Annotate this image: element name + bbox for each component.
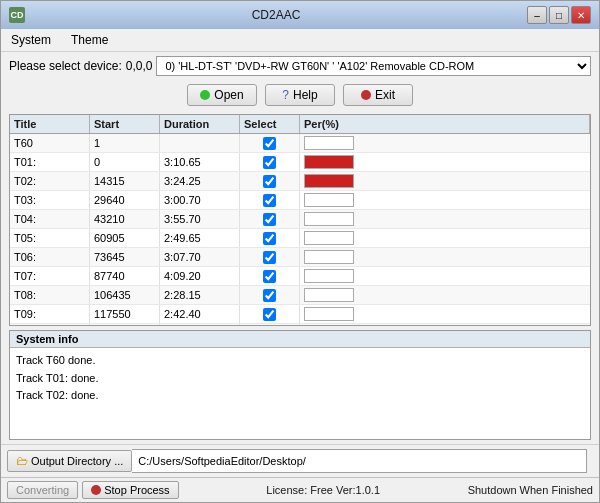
- row-checkbox[interactable]: [263, 308, 276, 321]
- output-path: C:/Users/SoftpediaEditor/Desktop/: [132, 449, 587, 473]
- cell-start: 73645: [90, 248, 160, 266]
- device-select[interactable]: 0) 'HL-DT-ST' 'DVD+-RW GT60N' ' 'A102' R…: [156, 56, 591, 76]
- cell-checkbox[interactable]: [240, 248, 300, 266]
- row-checkbox[interactable]: [263, 213, 276, 226]
- cell-title: T10:: [10, 324, 90, 325]
- row-checkbox[interactable]: [263, 137, 276, 150]
- close-button[interactable]: ✕: [571, 6, 591, 24]
- cell-start: 43210: [90, 210, 160, 228]
- menu-theme[interactable]: Theme: [65, 31, 114, 49]
- cell-checkbox[interactable]: [240, 267, 300, 285]
- cell-checkbox[interactable]: [240, 134, 300, 152]
- cell-title: T01:: [10, 153, 90, 171]
- cell-duration: 3:07.70: [160, 248, 240, 266]
- row-checkbox[interactable]: [263, 270, 276, 283]
- progress-bar: [304, 155, 354, 169]
- row-checkbox[interactable]: [263, 175, 276, 188]
- output-dir-button[interactable]: 🗁 Output Directory ...: [7, 450, 132, 472]
- row-checkbox[interactable]: [263, 194, 276, 207]
- table-row: T02: 14315 3:24.25: [10, 172, 590, 191]
- content-area: Title Start Duration Select Per(%) T60 1…: [1, 110, 599, 444]
- cell-checkbox[interactable]: [240, 305, 300, 323]
- cell-checkbox[interactable]: [240, 191, 300, 209]
- progress-bar: [304, 307, 354, 321]
- window-controls: – □ ✕: [527, 6, 591, 24]
- device-value: 0,0,0: [126, 59, 153, 73]
- help-icon: ?: [282, 88, 289, 102]
- progress-bar: [304, 174, 354, 188]
- progress-bar: [304, 193, 354, 207]
- table-row: T03: 29640 3:00.70: [10, 191, 590, 210]
- cell-start: 87740: [90, 267, 160, 285]
- maximize-button[interactable]: □: [549, 6, 569, 24]
- sysinfo-message: Track T01: done.: [16, 370, 584, 388]
- cell-start: 14315: [90, 172, 160, 190]
- cell-title: T08:: [10, 286, 90, 304]
- cell-duration: 2:18.55: [160, 324, 240, 325]
- help-button[interactable]: ? Help: [265, 84, 335, 106]
- cell-checkbox[interactable]: [240, 153, 300, 171]
- cell-progress: [300, 191, 590, 209]
- stop-button[interactable]: Stop Process: [82, 481, 178, 499]
- cell-progress: [300, 210, 590, 228]
- table-row: T04: 43210 3:55.70: [10, 210, 590, 229]
- folder-icon: 🗁: [16, 454, 28, 468]
- progress-bar: [304, 231, 354, 245]
- cell-progress: [300, 324, 590, 325]
- col-title: Title: [10, 115, 90, 133]
- device-label: Please select device:: [9, 59, 122, 73]
- sysinfo-panel: System info Track T60 done.Track T01: do…: [9, 330, 591, 440]
- main-window: CD CD2AAC – □ ✕ System Theme Please sele…: [0, 0, 600, 503]
- cell-progress: [300, 267, 590, 285]
- cell-duration: 4:09.20: [160, 267, 240, 285]
- cell-progress: [300, 229, 590, 247]
- open-button[interactable]: Open: [187, 84, 257, 106]
- exit-button[interactable]: Exit: [343, 84, 413, 106]
- cell-title: T02:: [10, 172, 90, 190]
- cell-start: 129740: [90, 324, 160, 325]
- row-checkbox[interactable]: [263, 289, 276, 302]
- converting-button[interactable]: Converting: [7, 481, 78, 499]
- minimize-button[interactable]: –: [527, 6, 547, 24]
- cell-title: T05:: [10, 229, 90, 247]
- cell-duration: 3:24.25: [160, 172, 240, 190]
- cell-checkbox[interactable]: [240, 324, 300, 325]
- stop-icon: [91, 485, 101, 495]
- cell-checkbox[interactable]: [240, 286, 300, 304]
- sysinfo-body: Track T60 done.Track T01: done.Track T02…: [10, 348, 590, 439]
- cell-start: 106435: [90, 286, 160, 304]
- row-checkbox[interactable]: [263, 251, 276, 264]
- cell-start: 0: [90, 153, 160, 171]
- menu-system[interactable]: System: [5, 31, 57, 49]
- open-icon: [200, 90, 210, 100]
- cell-progress: [300, 134, 590, 152]
- table-row: T05: 60905 2:49.65: [10, 229, 590, 248]
- app-icon: CD: [9, 7, 25, 23]
- cell-start: 29640: [90, 191, 160, 209]
- row-checkbox[interactable]: [263, 156, 276, 169]
- cell-title: T03:: [10, 191, 90, 209]
- cell-title: T04:: [10, 210, 90, 228]
- cell-duration: [160, 134, 240, 152]
- cell-start: 117550: [90, 305, 160, 323]
- table-row: T09: 117550 2:42.40: [10, 305, 590, 324]
- output-bar: 🗁 Output Directory ... C:/Users/Softpedi…: [1, 444, 599, 477]
- window-title: CD2AAC: [25, 8, 527, 22]
- table-row: T08: 106435 2:28.15: [10, 286, 590, 305]
- cell-checkbox[interactable]: [240, 210, 300, 228]
- progress-bar: [304, 269, 354, 283]
- toolbar: Open ? Help Exit: [1, 80, 599, 110]
- cell-checkbox[interactable]: [240, 172, 300, 190]
- col-select: Select: [240, 115, 300, 133]
- cell-progress: [300, 153, 590, 171]
- cell-progress: [300, 305, 590, 323]
- cell-checkbox[interactable]: [240, 229, 300, 247]
- menu-bar: System Theme: [1, 29, 599, 52]
- cell-title: T07:: [10, 267, 90, 285]
- progress-bar: [304, 288, 354, 302]
- col-duration: Duration: [160, 115, 240, 133]
- progress-bar: [304, 250, 354, 264]
- cell-duration: 2:49.65: [160, 229, 240, 247]
- status-bar: Converting Stop Process License: Free Ve…: [1, 477, 599, 502]
- row-checkbox[interactable]: [263, 232, 276, 245]
